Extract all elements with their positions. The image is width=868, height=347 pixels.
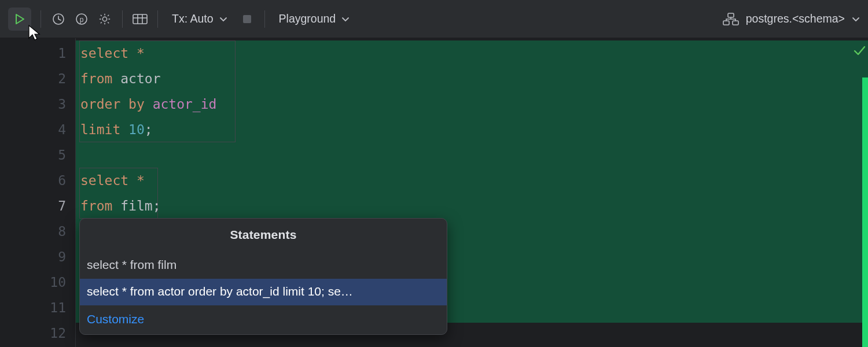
line-number: 9 bbox=[58, 244, 66, 270]
line-number: 2 bbox=[58, 66, 66, 91]
popup-item[interactable]: select * from film bbox=[80, 252, 447, 279]
svg-rect-4 bbox=[133, 14, 147, 24]
datasource-picker[interactable]: postgres.<schema> bbox=[723, 12, 860, 25]
svg-rect-9 bbox=[723, 21, 729, 25]
tx-mode-dropdown[interactable]: Tx: Auto bbox=[164, 8, 236, 31]
change-marker bbox=[862, 77, 868, 347]
session-dropdown[interactable]: Playground bbox=[271, 8, 358, 31]
popup-item[interactable]: select * from actor order by actor_id li… bbox=[80, 279, 447, 305]
tx-mode-label: Tx: Auto bbox=[172, 12, 214, 25]
clock-icon bbox=[52, 13, 65, 25]
check-icon bbox=[853, 44, 866, 60]
datasource-label: postgres.<schema> bbox=[746, 12, 845, 25]
play-icon bbox=[14, 13, 25, 25]
chevron-down-icon bbox=[852, 15, 860, 23]
code-line: from film; bbox=[80, 193, 868, 219]
explain-plan-button[interactable]: p bbox=[70, 8, 93, 31]
svg-marker-0 bbox=[16, 14, 24, 24]
svg-rect-10 bbox=[733, 21, 738, 25]
toolbar-separator bbox=[41, 10, 41, 28]
toolbar-separator bbox=[264, 10, 265, 28]
toolbar: p Tx: Auto bbox=[0, 0, 868, 38]
p-in-circle-icon: p bbox=[75, 13, 88, 25]
customize-link[interactable]: Customize bbox=[80, 305, 447, 334]
chevron-down-icon bbox=[219, 15, 227, 23]
code-line: select * bbox=[80, 40, 868, 66]
settings-button[interactable] bbox=[93, 8, 116, 31]
line-number: 3 bbox=[58, 91, 66, 117]
history-button[interactable] bbox=[47, 8, 70, 31]
popup-title: Statements bbox=[80, 219, 447, 252]
table-icon bbox=[133, 13, 148, 25]
line-number: 11 bbox=[50, 295, 66, 320]
line-number: 7 bbox=[58, 193, 66, 219]
run-button[interactable] bbox=[8, 8, 31, 31]
line-number: 8 bbox=[58, 219, 66, 244]
schema-icon bbox=[723, 13, 739, 25]
stop-button[interactable] bbox=[236, 8, 259, 31]
right-rail bbox=[858, 38, 868, 347]
svg-text:p: p bbox=[80, 15, 84, 23]
result-view-button[interactable] bbox=[128, 8, 152, 31]
code-line: order by actor_id bbox=[80, 91, 868, 117]
line-number: 6 bbox=[58, 168, 66, 193]
chevron-down-icon bbox=[341, 15, 350, 23]
code-line bbox=[80, 142, 868, 168]
line-number: 1 bbox=[58, 40, 66, 66]
code-line: from actor bbox=[80, 66, 868, 91]
toolbar-separator bbox=[122, 10, 123, 28]
line-number: 12 bbox=[50, 320, 66, 346]
statements-popup: Statements select * from filmselect * fr… bbox=[79, 218, 447, 335]
code-line: select * bbox=[80, 168, 868, 193]
code-line: limit 10; bbox=[80, 117, 868, 142]
gear-icon bbox=[98, 13, 111, 25]
line-number: 4 bbox=[58, 117, 66, 142]
svg-rect-8 bbox=[728, 13, 734, 17]
toolbar-left: p Tx: Auto bbox=[8, 8, 358, 31]
line-number: 5 bbox=[58, 142, 66, 168]
stop-icon bbox=[243, 15, 251, 23]
session-label: Playground bbox=[279, 12, 336, 25]
gutter: 123456789101112 bbox=[0, 38, 76, 347]
toolbar-separator bbox=[157, 10, 158, 28]
line-number: 10 bbox=[50, 270, 66, 295]
